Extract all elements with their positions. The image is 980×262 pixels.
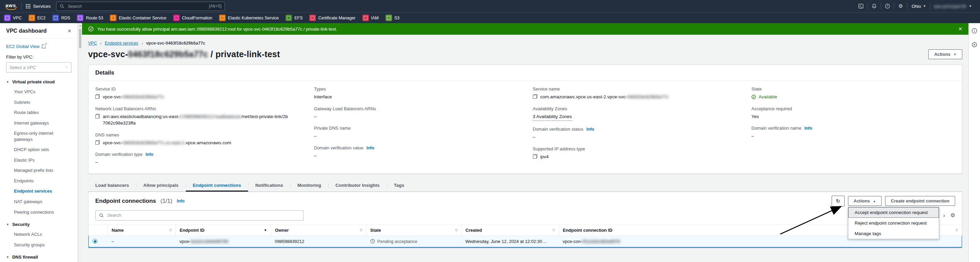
copy-icon[interactable] [95,94,100,98]
chevron-right-icon: › [141,40,143,46]
redacted-text: 0f1e2d3c4b5a6978 [582,239,620,244]
breadcrumb-endpoint-services[interactable]: Endpoint services [105,41,138,46]
column-header-state[interactable]: State▽ [366,225,462,235]
connections-actions-button[interactable]: Actions ▲ [848,196,882,206]
row-radio-selected[interactable] [92,239,97,244]
account-menu[interactable]: aws-principal-09 ▼ [930,4,975,9]
sidebar-item-ec2-global-view[interactable]: EC2 Global View [6,44,72,49]
tab-tags[interactable]: Tags [387,179,412,192]
info-panel-icon[interactable] [972,28,977,34]
page-actions-button[interactable]: Actions ▼ [928,49,962,59]
favorite-cloudformation[interactable]: CloudFormation [173,14,212,21]
column-header-created[interactable]: Created▽ [462,225,559,235]
sidebar-item-nat-gateways[interactable]: NAT gateways [6,199,72,205]
aws-logo[interactable]: aws [5,2,18,10]
available-check-icon [751,95,756,99]
sidebar-item-elastic-ips[interactable]: Elastic IPs [6,157,72,164]
sidebar-item-security-groups[interactable]: Security groups [6,242,72,248]
tab-load-balancers[interactable]: Load balancers [88,179,136,192]
copy-icon[interactable] [533,154,537,159]
info-link[interactable]: Info [586,127,594,132]
sidebar-item-peering-connections[interactable]: Peering connections [6,209,72,215]
settings-gear-icon[interactable]: ⚙ [894,0,907,12]
sidebar-item-managed-prefix-lists[interactable]: Managed prefix lists [6,167,72,173]
connections-search[interactable] [95,210,304,221]
filter-icon[interactable]: ▽ [956,228,958,232]
menu-item-accept-endpoint-connection-request[interactable]: Accept endpoint connection request [848,207,939,218]
filter-icon[interactable]: ▽ [455,228,458,232]
availability-zones-popover-link[interactable]: 3 Availability Zones [533,113,572,121]
tab-monitoring[interactable]: Monitoring [290,179,328,192]
tab-contributor-insights[interactable]: Contributor Insights [328,179,387,192]
sidebar-section-dns-firewall[interactable]: ▼DNS firewall [6,254,72,260]
search-input[interactable] [67,3,206,9]
favorite-s3[interactable]: S3 [385,14,399,21]
favorite-vpc[interactable]: VPC [4,14,22,21]
table-settings-gear-icon[interactable]: ⚙ [950,212,955,218]
sidebar-section-virtual-private-cloud[interactable]: ▼Virtual private cloud [6,79,72,84]
refresh-button[interactable]: ↻ [832,196,845,206]
scrollbar-up-arrow[interactable]: ▲ [78,24,82,27]
favorite-rds[interactable]: RDS [52,14,70,21]
copy-icon[interactable] [95,140,100,144]
favorite-eks[interactable]: Elastic Kubernetes Service [219,14,279,21]
global-search[interactable]: [Alt+S] [56,2,225,11]
breadcrumb-vpc[interactable]: VPC [88,41,97,46]
sidebar-item-endpoints[interactable]: Endpoints [6,178,72,184]
region-selector[interactable]: Ohio ▼ [907,4,930,9]
chevron-down-icon: ▼ [969,5,972,8]
sidebar-item-endpoint-services[interactable]: Endpoint services [6,188,72,194]
favorite-ec2[interactable]: EC2 [29,14,46,21]
vpc-filter-select[interactable]: Select a VPC ▼ [6,62,72,73]
connections-search-input[interactable] [107,212,300,218]
services-menu-button[interactable]: Services [26,4,51,9]
column-header-endpoint-id[interactable]: Endpoint ID▼ [176,225,271,235]
favorite-route53[interactable]: Route 53 [77,14,103,21]
create-endpoint-connection-button[interactable]: Create endpoint connection [885,196,955,206]
tab-notifications[interactable]: Notifications [248,179,290,192]
field-dns-names: DNS names vpce-svc-0463f18c629b5a77c.us-… [95,132,299,146]
sidebar-item-internet-gateways[interactable]: Internet gateways [6,120,72,126]
tab-allow-principals[interactable]: Allow principals [136,179,186,192]
sidebar-item-egress-only-internet-gateways[interactable]: Egress-only internet gateways [6,130,72,142]
sidebar-item-your-vpcs[interactable]: Your VPCs [6,89,72,95]
external-link-icon [42,44,46,48]
filter-icon[interactable]: ▽ [360,228,363,232]
favorite-efs[interactable]: EFS [285,14,302,21]
tab-endpoint-connections[interactable]: Endpoint connections [186,179,248,192]
sidebar-section-security[interactable]: ▼Security [6,222,72,227]
sort-descending-icon[interactable]: ▼ [264,228,267,232]
banner-close-icon[interactable]: ✕ [958,26,962,32]
favorite-certificate-manager[interactable]: Certificate Manager [309,14,355,21]
pagination-next-icon[interactable]: › [943,212,945,218]
sidebar-item-subnets[interactable]: Subnets [6,99,72,105]
sidebar-item-dhcp-option-sets[interactable]: DHCP option sets [6,147,72,153]
copy-icon[interactable] [95,114,100,118]
info-link[interactable]: Info [804,126,812,131]
sidebar-scrollbar[interactable]: ▲ [78,23,82,262]
hexagon-tool-icon[interactable] [972,42,977,48]
favorite-ecs[interactable]: Elastic Container Service [110,14,166,21]
info-link[interactable]: Info [146,152,153,157]
eks-service-icon [219,14,226,21]
copy-icon[interactable] [533,94,537,98]
filter-icon[interactable]: ▽ [169,228,172,232]
sidebar-item-network-acls[interactable]: Network ACLs [6,231,72,238]
sidebar-close-icon[interactable]: ✕ [67,28,72,34]
column-header-name[interactable]: Name▽ [108,225,176,235]
table-row[interactable]: – vpce-0a1b2c3d4e5f6789 098598839212 Pen… [89,235,962,248]
info-link[interactable]: Info [177,199,185,203]
menu-item-manage-tags[interactable]: Manage tags [848,228,939,239]
cell-endpoint-id[interactable]: vpce-0a1b2c3d4e5f6789 [176,235,271,248]
redacted-service-id: 0463f18c629b5a77c [128,49,208,59]
help-icon[interactable]: ? [881,0,894,12]
menu-item-reject-endpoint-connection-request[interactable]: Reject endpoint connection request [848,218,939,228]
scrollbar-thumb[interactable] [79,29,81,48]
favorite-iam[interactable]: IAM [363,14,379,21]
notifications-bell-icon[interactable] [868,0,881,12]
cloudshell-icon[interactable] [854,0,867,12]
column-header-owner[interactable]: Owner▽ [271,225,366,235]
info-link[interactable]: Info [366,146,374,151]
filter-icon[interactable]: ▽ [552,228,555,232]
sidebar-item-route-tables[interactable]: Route tables [6,110,72,116]
